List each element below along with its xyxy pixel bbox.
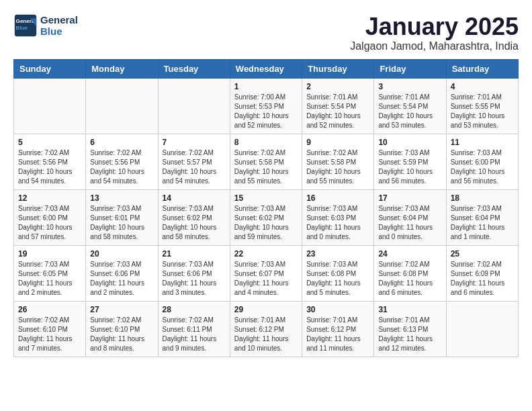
calendar-cell: 20Sunrise: 7:03 AM Sunset: 6:06 PM Dayli… bbox=[86, 245, 158, 301]
day-number: 27 bbox=[90, 305, 153, 314]
calendar-cell: 8Sunrise: 7:02 AM Sunset: 5:58 PM Daylig… bbox=[230, 134, 302, 189]
day-info: Sunrise: 7:03 AM Sunset: 6:01 PM Dayligh… bbox=[90, 204, 153, 242]
calendar-cell: 18Sunrise: 7:03 AM Sunset: 6:04 PM Dayli… bbox=[446, 189, 518, 245]
calendar-week-row: 26Sunrise: 7:02 AM Sunset: 6:10 PM Dayli… bbox=[14, 301, 519, 357]
day-info: Sunrise: 7:02 AM Sunset: 6:10 PM Dayligh… bbox=[90, 316, 153, 353]
calendar-cell: 30Sunrise: 7:01 AM Sunset: 6:12 PM Dayli… bbox=[302, 301, 374, 357]
calendar-cell bbox=[158, 78, 230, 134]
calendar-cell: 25Sunrise: 7:02 AM Sunset: 6:09 PM Dayli… bbox=[446, 245, 518, 301]
day-number: 28 bbox=[163, 305, 226, 314]
day-number: 5 bbox=[18, 138, 81, 147]
calendar-cell: 27Sunrise: 7:02 AM Sunset: 6:10 PM Dayli… bbox=[86, 301, 158, 357]
calendar-cell bbox=[446, 301, 518, 357]
calendar-table: SundayMondayTuesdayWednesdayThursdayFrid… bbox=[13, 59, 519, 357]
calendar-cell: 26Sunrise: 7:02 AM Sunset: 6:10 PM Dayli… bbox=[14, 301, 86, 357]
calendar-week-row: 5Sunrise: 7:02 AM Sunset: 5:56 PM Daylig… bbox=[14, 134, 519, 189]
calendar-cell: 16Sunrise: 7:03 AM Sunset: 6:03 PM Dayli… bbox=[302, 189, 374, 245]
day-info: Sunrise: 7:03 AM Sunset: 6:04 PM Dayligh… bbox=[378, 204, 441, 242]
calendar-week-row: 12Sunrise: 7:03 AM Sunset: 6:00 PM Dayli… bbox=[14, 189, 519, 245]
calendar-week-row: 19Sunrise: 7:03 AM Sunset: 6:05 PM Dayli… bbox=[14, 245, 519, 301]
calendar-cell: 31Sunrise: 7:01 AM Sunset: 6:13 PM Dayli… bbox=[374, 301, 446, 357]
day-info: Sunrise: 7:01 AM Sunset: 6:12 PM Dayligh… bbox=[234, 316, 298, 353]
calendar-cell: 21Sunrise: 7:03 AM Sunset: 6:06 PM Dayli… bbox=[158, 245, 230, 301]
day-info: Sunrise: 7:00 AM Sunset: 5:53 PM Dayligh… bbox=[234, 93, 298, 130]
logo-text: General Blue bbox=[40, 14, 78, 37]
day-info: Sunrise: 7:03 AM Sunset: 6:08 PM Dayligh… bbox=[306, 260, 369, 298]
day-info: Sunrise: 7:02 AM Sunset: 5:58 PM Dayligh… bbox=[306, 148, 369, 186]
calendar-cell: 9Sunrise: 7:02 AM Sunset: 5:58 PM Daylig… bbox=[302, 134, 374, 189]
weekday-header-friday: Friday bbox=[374, 59, 446, 78]
weekday-header-tuesday: Tuesday bbox=[158, 59, 230, 78]
day-number: 7 bbox=[163, 138, 226, 147]
day-info: Sunrise: 7:02 AM Sunset: 6:10 PM Dayligh… bbox=[18, 316, 81, 353]
day-number: 10 bbox=[378, 138, 441, 147]
svg-text:Blue: Blue bbox=[16, 25, 28, 31]
calendar-cell: 7Sunrise: 7:02 AM Sunset: 5:57 PM Daylig… bbox=[158, 134, 230, 189]
day-number: 29 bbox=[234, 305, 298, 314]
day-info: Sunrise: 7:02 AM Sunset: 6:09 PM Dayligh… bbox=[451, 260, 514, 298]
day-info: Sunrise: 7:01 AM Sunset: 5:55 PM Dayligh… bbox=[451, 93, 514, 130]
calendar-cell: 5Sunrise: 7:02 AM Sunset: 5:56 PM Daylig… bbox=[14, 134, 86, 189]
day-number: 20 bbox=[90, 249, 153, 259]
day-number: 11 bbox=[451, 138, 514, 147]
day-number: 24 bbox=[378, 249, 441, 259]
day-number: 18 bbox=[451, 193, 514, 203]
calendar-cell: 4Sunrise: 7:01 AM Sunset: 5:55 PM Daylig… bbox=[446, 78, 518, 134]
weekday-header-sunday: Sunday bbox=[14, 59, 86, 78]
day-info: Sunrise: 7:03 AM Sunset: 6:07 PM Dayligh… bbox=[234, 260, 298, 298]
day-number: 22 bbox=[234, 249, 298, 259]
day-number: 19 bbox=[18, 249, 81, 259]
day-info: Sunrise: 7:02 AM Sunset: 6:08 PM Dayligh… bbox=[378, 260, 441, 298]
day-info: Sunrise: 7:03 AM Sunset: 6:06 PM Dayligh… bbox=[90, 260, 153, 298]
calendar-cell: 13Sunrise: 7:03 AM Sunset: 6:01 PM Dayli… bbox=[86, 189, 158, 245]
day-number: 8 bbox=[234, 138, 298, 147]
calendar-cell: 15Sunrise: 7:03 AM Sunset: 6:02 PM Dayli… bbox=[230, 189, 302, 245]
day-number: 15 bbox=[234, 193, 298, 203]
day-number: 30 bbox=[306, 305, 369, 314]
day-info: Sunrise: 7:02 AM Sunset: 6:11 PM Dayligh… bbox=[163, 316, 226, 353]
calendar-subtitle: Jalgaon Jamod, Maharashtra, India bbox=[350, 40, 519, 52]
logo: General Blue General Blue bbox=[13, 13, 78, 38]
title-block: January 2025 Jalgaon Jamod, Maharashtra,… bbox=[350, 13, 519, 52]
day-info: Sunrise: 7:01 AM Sunset: 5:54 PM Dayligh… bbox=[306, 93, 369, 130]
day-info: Sunrise: 7:03 AM Sunset: 6:00 PM Dayligh… bbox=[18, 204, 81, 242]
day-info: Sunrise: 7:03 AM Sunset: 6:02 PM Dayligh… bbox=[234, 204, 298, 242]
day-number: 13 bbox=[90, 193, 153, 203]
day-info: Sunrise: 7:01 AM Sunset: 5:54 PM Dayligh… bbox=[378, 93, 441, 130]
day-info: Sunrise: 7:02 AM Sunset: 5:57 PM Dayligh… bbox=[163, 148, 226, 186]
day-number: 25 bbox=[451, 249, 514, 259]
calendar-cell: 6Sunrise: 7:02 AM Sunset: 5:56 PM Daylig… bbox=[86, 134, 158, 189]
day-number: 4 bbox=[451, 82, 514, 91]
day-number: 12 bbox=[18, 193, 81, 203]
calendar-cell: 11Sunrise: 7:03 AM Sunset: 6:00 PM Dayli… bbox=[446, 134, 518, 189]
day-info: Sunrise: 7:01 AM Sunset: 6:12 PM Dayligh… bbox=[306, 316, 369, 353]
logo-icon: General Blue bbox=[13, 13, 38, 38]
day-number: 1 bbox=[234, 82, 298, 91]
calendar-cell: 1Sunrise: 7:00 AM Sunset: 5:53 PM Daylig… bbox=[230, 78, 302, 134]
calendar-cell: 22Sunrise: 7:03 AM Sunset: 6:07 PM Dayli… bbox=[230, 245, 302, 301]
weekday-header-row: SundayMondayTuesdayWednesdayThursdayFrid… bbox=[14, 59, 519, 78]
day-number: 23 bbox=[306, 249, 369, 259]
day-info: Sunrise: 7:01 AM Sunset: 6:13 PM Dayligh… bbox=[378, 316, 441, 353]
day-info: Sunrise: 7:02 AM Sunset: 5:56 PM Dayligh… bbox=[18, 148, 81, 186]
calendar-cell: 14Sunrise: 7:03 AM Sunset: 6:02 PM Dayli… bbox=[158, 189, 230, 245]
weekday-header-saturday: Saturday bbox=[446, 59, 518, 78]
calendar-week-row: 1Sunrise: 7:00 AM Sunset: 5:53 PM Daylig… bbox=[14, 78, 519, 134]
calendar-cell bbox=[86, 78, 158, 134]
day-number: 14 bbox=[163, 193, 226, 203]
day-info: Sunrise: 7:02 AM Sunset: 5:58 PM Dayligh… bbox=[234, 148, 298, 186]
day-number: 17 bbox=[378, 193, 441, 203]
calendar-cell: 28Sunrise: 7:02 AM Sunset: 6:11 PM Dayli… bbox=[158, 301, 230, 357]
weekday-header-monday: Monday bbox=[86, 59, 158, 78]
weekday-header-thursday: Thursday bbox=[302, 59, 374, 78]
calendar-cell: 24Sunrise: 7:02 AM Sunset: 6:08 PM Dayli… bbox=[374, 245, 446, 301]
day-info: Sunrise: 7:02 AM Sunset: 5:56 PM Dayligh… bbox=[90, 148, 153, 186]
calendar-cell: 12Sunrise: 7:03 AM Sunset: 6:00 PM Dayli… bbox=[14, 189, 86, 245]
day-info: Sunrise: 7:03 AM Sunset: 6:06 PM Dayligh… bbox=[163, 260, 226, 298]
calendar-cell: 2Sunrise: 7:01 AM Sunset: 5:54 PM Daylig… bbox=[302, 78, 374, 134]
calendar-cell bbox=[14, 78, 86, 134]
day-info: Sunrise: 7:03 AM Sunset: 6:04 PM Dayligh… bbox=[451, 204, 514, 242]
page-header: General Blue General Blue January 2025 J… bbox=[13, 13, 519, 52]
day-number: 6 bbox=[90, 138, 153, 147]
day-number: 31 bbox=[378, 305, 441, 314]
